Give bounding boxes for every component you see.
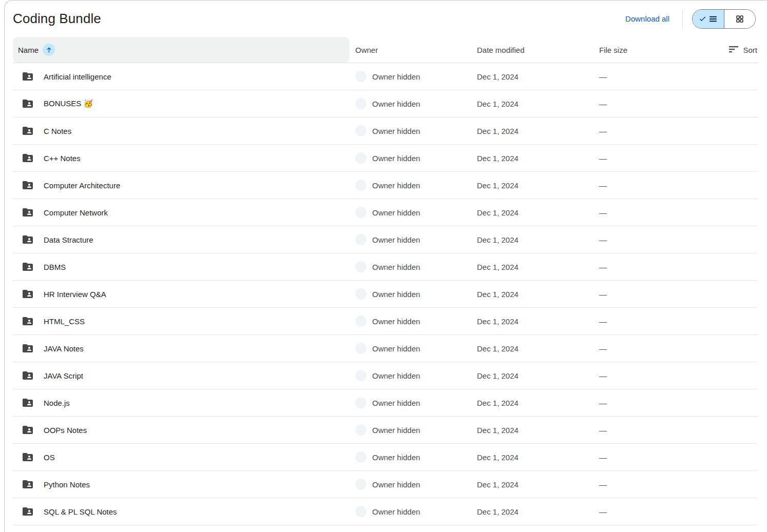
file-list: Artificial intelligence Owner hidden Dec… [13,63,757,525]
row-name-cell: Artificial intelligence [13,70,355,83]
owner-avatar [355,370,367,381]
row-name-cell: JAVA Notes [13,342,355,354]
row-file-size: — [599,399,716,407]
row-name-cell: SQL & PL SQL Notes [13,505,355,518]
row-owner-cell: Owner hidden [355,397,477,408]
row-owner-cell: Owner hidden [355,180,477,191]
owner-hidden-label: Owner hidden [372,426,420,435]
row-owner-cell: Owner hidden [355,152,477,164]
table-row[interactable]: DBMS Owner hidden Dec 1, 2024 — [13,253,757,281]
table-row[interactable]: HTML_CSS Owner hidden Dec 1, 2024 — [13,308,757,335]
folder-name: OS [44,453,55,462]
row-date-modified: Dec 1, 2024 [477,263,599,271]
row-date-modified: Dec 1, 2024 [477,507,599,516]
owner-hidden-label: Owner hidden [372,507,420,516]
row-owner-cell: Owner hidden [355,506,477,517]
owner-hidden-label: Owner hidden [372,263,420,271]
topbar-actions: Download all [625,9,756,29]
owner-avatar [355,152,367,164]
row-name-cell: Computer Network [13,206,355,219]
row-file-size: — [599,127,716,135]
download-all-link[interactable]: Download all [625,14,669,23]
table-row[interactable]: BONUSES 🥳 Owner hidden Dec 1, 2024 — [13,90,757,117]
table-row[interactable]: Python Notes Owner hidden Dec 1, 2024 — [13,471,757,498]
shared-folder-icon [22,451,34,463]
table-row[interactable]: Artificial intelligence Owner hidden Dec… [13,63,757,90]
owner-column-header[interactable]: Owner [355,46,477,54]
folder-name: Node.js [44,399,70,407]
row-name-cell: C++ Notes [13,152,355,164]
page-title: Coding Bundle [13,11,101,27]
table-row[interactable]: OOPs Notes Owner hidden Dec 1, 2024 — [13,417,757,444]
table-row[interactable]: Data Stracture Owner hidden Dec 1, 2024 … [13,226,757,253]
grid-view-button[interactable] [724,10,756,28]
owner-hidden-label: Owner hidden [372,208,420,217]
table-row[interactable]: JAVA Script Owner hidden Dec 1, 2024 — [13,362,757,389]
row-file-size: — [599,371,716,380]
owner-avatar [355,506,367,517]
row-file-size: — [599,100,716,108]
shared-folder-icon [22,478,34,490]
row-file-size: — [599,208,716,217]
sort-button[interactable]: Sort [716,46,757,54]
shared-folder-icon [22,369,34,382]
table-row[interactable]: C Notes Owner hidden Dec 1, 2024 — [13,117,757,145]
table-row[interactable]: Node.js Owner hidden Dec 1, 2024 — [13,389,757,417]
shared-folder-icon [22,342,34,354]
row-date-modified: Dec 1, 2024 [477,426,599,435]
row-file-size: — [599,344,716,353]
owner-hidden-label: Owner hidden [372,453,420,462]
sort-lines-icon [729,46,738,54]
row-date-modified: Dec 1, 2024 [477,181,599,190]
table-row[interactable]: Computer Network Owner hidden Dec 1, 202… [13,199,757,226]
row-name-cell: HTML_CSS [13,315,355,327]
owner-avatar [355,479,367,490]
shared-folder-icon [22,152,34,164]
name-column-label: Name [18,46,39,54]
date-modified-column-header[interactable]: Date modified [477,46,599,54]
row-file-size: — [599,154,716,163]
owner-avatar [355,180,367,191]
table-row[interactable]: OS Owner hidden Dec 1, 2024 — [13,444,757,471]
list-view-button[interactable] [693,10,724,28]
row-owner-cell: Owner hidden [355,125,477,136]
table-header-row: Name Owner Date modified File size So [13,37,757,63]
folder-name: Data Stracture [44,235,93,244]
owner-avatar [355,451,367,463]
table-row[interactable]: SQL & PL SQL Notes Owner hidden Dec 1, 2… [13,498,757,525]
folder-name: Computer Architecture [44,181,120,190]
owner-avatar [355,316,367,327]
shared-folder-icon [22,97,34,110]
shared-folder-icon [22,505,34,518]
owner-avatar [355,98,367,109]
table-row[interactable]: C++ Notes Owner hidden Dec 1, 2024 — [13,145,757,172]
table-row[interactable]: JAVA Notes Owner hidden Dec 1, 2024 — [13,335,757,362]
row-name-cell: Computer Architecture [13,179,355,191]
owner-hidden-label: Owner hidden [372,181,420,190]
row-owner-cell: Owner hidden [355,370,477,381]
row-date-modified: Dec 1, 2024 [477,72,599,81]
row-name-cell: HR Interview Q&A [13,288,355,300]
table-row[interactable]: HR Interview Q&A Owner hidden Dec 1, 202… [13,281,757,308]
check-icon [699,15,706,23]
file-table: Name Owner Date modified File size So [13,37,757,525]
name-column-header[interactable]: Name [13,37,355,63]
owner-avatar [355,397,367,408]
shared-folder-icon [22,179,34,191]
row-file-size: — [599,235,716,244]
row-file-size: — [599,72,716,81]
row-owner-cell: Owner hidden [355,316,477,327]
row-name-cell: DBMS [13,261,355,273]
row-owner-cell: Owner hidden [355,234,477,245]
table-row[interactable]: Computer Architecture Owner hidden Dec 1… [13,172,757,199]
owner-hidden-label: Owner hidden [372,317,420,326]
row-owner-cell: Owner hidden [355,479,477,490]
shared-folder-icon [22,70,34,83]
owner-avatar [355,343,367,354]
owner-hidden-label: Owner hidden [372,127,420,135]
file-size-column-header[interactable]: File size [599,46,716,54]
row-date-modified: Dec 1, 2024 [477,290,599,299]
folder-name: JAVA Script [44,371,83,380]
folder-name: HR Interview Q&A [44,290,106,299]
row-date-modified: Dec 1, 2024 [477,154,599,163]
